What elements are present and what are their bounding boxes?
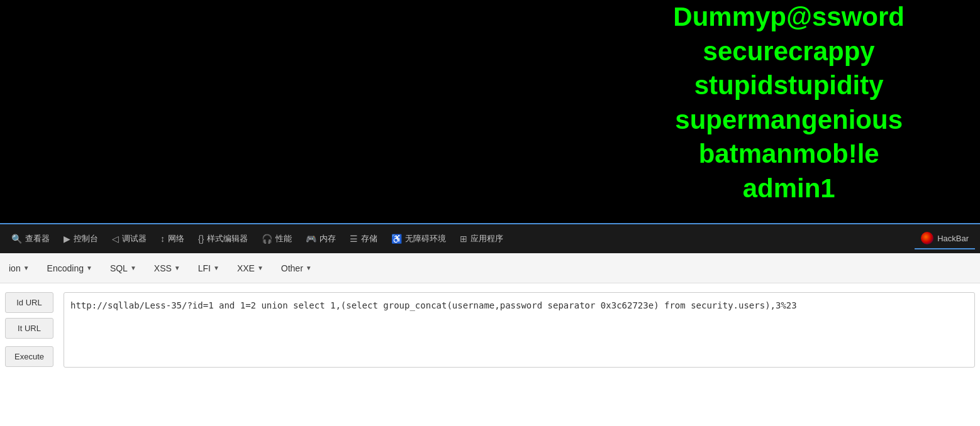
- it-url-label: It URL: [5, 318, 53, 339]
- hackbar-menu-lfi[interactable]: LFI ▼: [189, 258, 228, 278]
- ion-dropdown-arrow: ▼: [23, 265, 30, 271]
- id-url-label: Id URL: [5, 292, 53, 313]
- hackbar-menu-ion[interactable]: ion ▼: [0, 258, 38, 278]
- url-input[interactable]: [64, 292, 975, 368]
- devtools-console[interactable]: ▶ 控制台: [57, 229, 104, 248]
- password-list: Dummyp@ssword securecrappy stupidstupidi…: [673, 0, 980, 206]
- sidebar-labels: Id URL It URL Execute: [0, 290, 58, 369]
- devtools-style-editor[interactable]: {} 样式编辑器: [192, 229, 254, 248]
- password-item-5: batmanmob!le: [673, 137, 905, 172]
- network-icon: ↕: [160, 234, 165, 244]
- debugger-icon: ◁: [112, 234, 119, 244]
- hackbar-menu-xxe[interactable]: XXE ▼: [228, 258, 272, 278]
- console-icon: ▶: [64, 234, 70, 244]
- top-section: Dummyp@ssword securecrappy stupidstupidi…: [0, 0, 980, 223]
- devtools-hackbar-tab[interactable]: HackBar: [915, 228, 975, 249]
- devtools-network[interactable]: ↕ 网络: [154, 229, 191, 248]
- hackbar-menu-xss[interactable]: XSS ▼: [145, 258, 189, 278]
- hackbar-menu-encoding[interactable]: Encoding ▼: [38, 258, 101, 278]
- hackbar-content: Id URL It URL Execute: [0, 283, 980, 426]
- devtools-memory[interactable]: 🎮 内存: [299, 229, 342, 248]
- hackbar-logo-icon: [921, 232, 933, 244]
- devtools-toolbar: 🔍 查看器 ▶ 控制台 ◁ 调试器 ↕ 网络 {} 样式编辑器 🎧 性能 🎮 内…: [0, 223, 980, 253]
- storage-icon: ☰: [350, 234, 358, 244]
- style-editor-icon: {}: [198, 234, 204, 244]
- password-item-2: securecrappy: [673, 35, 905, 69]
- hackbar-menu-sql[interactable]: SQL ▼: [101, 258, 145, 278]
- devtools-performance[interactable]: 🎧 性能: [255, 229, 298, 248]
- memory-icon: 🎮: [306, 234, 316, 244]
- accessibility-icon: ♿: [391, 234, 402, 244]
- hackbar-menu-other[interactable]: Other ▼: [272, 258, 321, 278]
- devtools-application[interactable]: ⊞ 应用程序: [454, 229, 509, 248]
- inspector-icon: 🔍: [11, 234, 22, 244]
- devtools-accessibility[interactable]: ♿ 无障碍环境: [385, 229, 452, 248]
- url-area: [58, 290, 980, 373]
- hackbar-menu-bar: ion ▼ Encoding ▼ SQL ▼ XSS ▼ LFI ▼ XXE ▼…: [0, 253, 980, 283]
- performance-icon: 🎧: [262, 234, 272, 244]
- password-item-3: stupidstupidity: [673, 68, 905, 103]
- sql-dropdown-arrow: ▼: [130, 265, 136, 271]
- execute-button[interactable]: Execute: [5, 346, 53, 367]
- other-dropdown-arrow: ▼: [306, 265, 312, 271]
- encoding-dropdown-arrow: ▼: [86, 265, 92, 271]
- devtools-inspector[interactable]: 🔍 查看器: [5, 229, 56, 248]
- password-item-4: supermangenious: [673, 103, 905, 138]
- lfi-dropdown-arrow: ▼: [213, 265, 220, 271]
- devtools-storage[interactable]: ☰ 存储: [343, 229, 384, 248]
- password-item-1: Dummyp@ssword: [673, 0, 905, 35]
- application-icon: ⊞: [460, 234, 467, 244]
- xss-dropdown-arrow: ▼: [174, 265, 181, 271]
- xxe-dropdown-arrow: ▼: [257, 265, 264, 271]
- devtools-debugger[interactable]: ◁ 调试器: [106, 229, 153, 248]
- password-item-6: admin1: [673, 172, 905, 206]
